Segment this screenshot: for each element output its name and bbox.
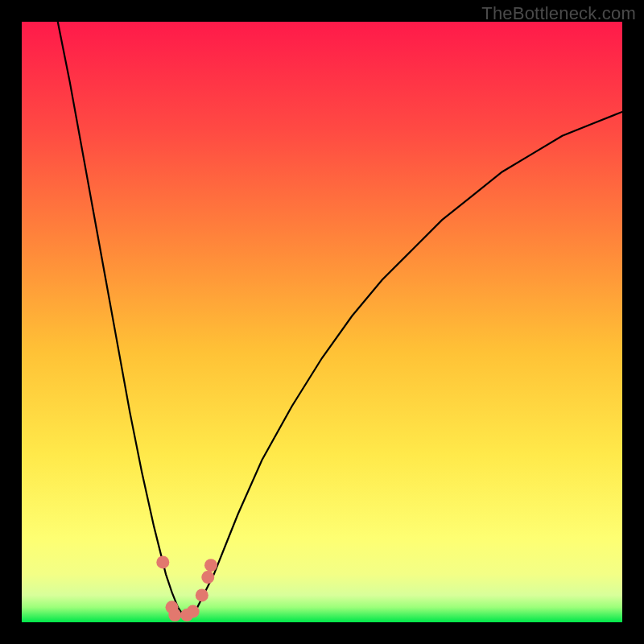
data-marker bbox=[168, 609, 181, 621]
plot-area bbox=[22, 22, 622, 622]
data-marker bbox=[156, 555, 169, 568]
data-marker bbox=[201, 571, 214, 584]
chart-svg bbox=[22, 22, 622, 622]
data-marker bbox=[187, 605, 200, 618]
chart-frame: TheBottleneck.com bbox=[0, 0, 644, 644]
data-marker bbox=[204, 559, 217, 572]
data-marker bbox=[196, 588, 208, 601]
gradient-background bbox=[22, 22, 622, 622]
